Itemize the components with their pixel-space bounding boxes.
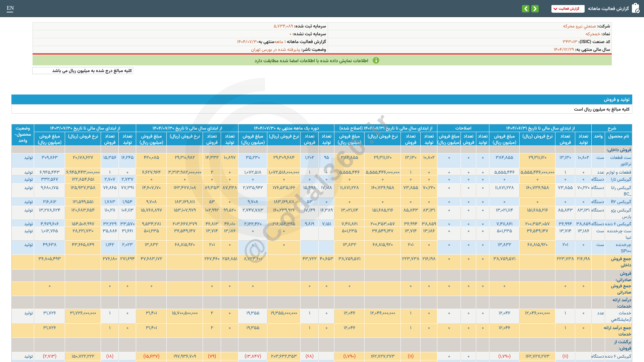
svg-text:EN: EN: [7, 5, 14, 11]
